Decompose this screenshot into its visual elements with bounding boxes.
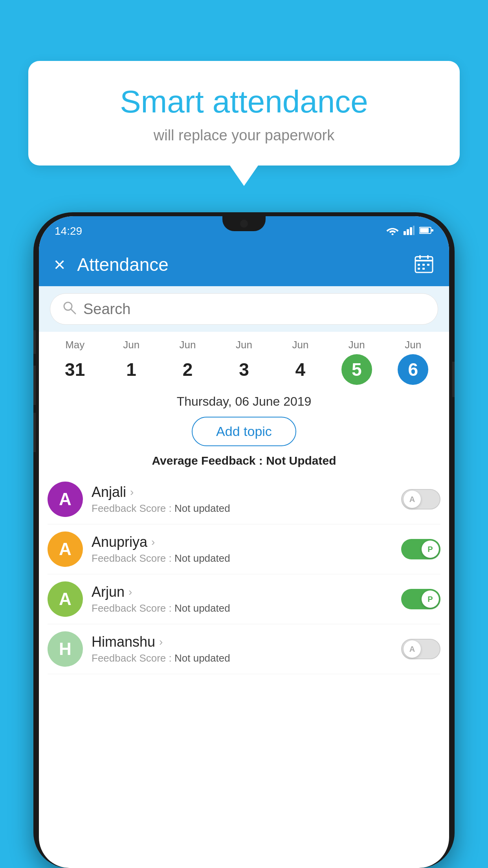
speech-bubble: Smart attendance will replace your paper… <box>28 61 460 166</box>
chevron-icon-2: › <box>128 586 132 598</box>
signal-icon <box>404 226 415 237</box>
student-name-2[interactable]: Arjun › <box>92 584 393 600</box>
toggle-wrap-3[interactable]: A <box>401 639 440 659</box>
student-row-2: AArjun ›Feedback Score : Not updatedP <box>48 574 440 624</box>
attendance-toggle-2[interactable]: P <box>401 589 440 609</box>
notch <box>222 216 266 231</box>
phone-screen: 14:29 <box>39 216 449 868</box>
chevron-icon-0: › <box>130 486 134 498</box>
student-avatar-1: A <box>48 531 83 567</box>
date-day-3[interactable]: 3 <box>229 354 259 385</box>
svg-rect-11 <box>427 255 429 259</box>
svg-rect-9 <box>415 260 433 261</box>
toggle-knob-1: P <box>422 541 439 558</box>
battery-icon <box>419 226 433 236</box>
date-month-1: Jun <box>103 339 159 351</box>
add-topic-button[interactable]: Add topic <box>192 417 296 446</box>
search-icon <box>62 300 76 318</box>
date-month-3: Jun <box>216 339 272 351</box>
avg-feedback: Average Feedback : Not Updated <box>39 452 449 474</box>
svg-rect-7 <box>431 229 433 232</box>
chevron-icon-3: › <box>159 636 163 648</box>
status-icons <box>386 226 433 237</box>
student-name-3[interactable]: Himanshu › <box>92 634 393 650</box>
student-row-1: AAnupriya ›Feedback Score : Not updatedP <box>48 524 440 574</box>
date-day-0[interactable]: 31 <box>60 354 90 385</box>
attendance-toggle-0[interactable]: A <box>401 489 440 509</box>
date-month-0: May <box>47 339 103 351</box>
front-camera <box>240 220 248 228</box>
silent-button <box>33 413 36 452</box>
student-list: AAnjali ›Feedback Score : Not updatedAAA… <box>39 474 449 674</box>
date-day-4[interactable]: 4 <box>285 354 316 385</box>
bubble-title: Smart attendance <box>52 85 436 119</box>
svg-rect-13 <box>422 264 425 266</box>
toggle-wrap-0[interactable]: A <box>401 489 440 509</box>
date-month-5: Jun <box>328 339 385 351</box>
svg-rect-15 <box>418 268 420 270</box>
date-month-2: Jun <box>160 339 216 351</box>
volume-down-button <box>33 366 36 405</box>
date-item-3[interactable]: Jun3 <box>216 339 272 385</box>
student-info-2: Arjun ›Feedback Score : Not updated <box>92 584 393 614</box>
date-item-5[interactable]: Jun5 <box>328 339 385 385</box>
close-button[interactable]: × <box>54 255 65 274</box>
student-row-0: AAnjali ›Feedback Score : Not updatedA <box>48 474 440 524</box>
app-bar-title: Attendance <box>77 254 402 275</box>
svg-rect-2 <box>407 229 409 235</box>
student-feedback-1: Feedback Score : Not updated <box>92 552 393 565</box>
power-button <box>452 362 455 397</box>
svg-rect-14 <box>427 264 429 266</box>
app-bar: × Attendance <box>39 243 449 286</box>
calendar-icon[interactable] <box>414 254 434 276</box>
search-container <box>39 286 449 332</box>
toggle-wrap-1[interactable]: P <box>401 539 440 559</box>
wifi-icon <box>386 226 399 237</box>
svg-rect-4 <box>413 226 415 235</box>
svg-line-18 <box>71 309 75 314</box>
date-item-2[interactable]: Jun2 <box>160 339 216 385</box>
svg-rect-10 <box>419 255 421 259</box>
date-day-2[interactable]: 2 <box>172 354 203 385</box>
student-name-0[interactable]: Anjali › <box>92 484 393 500</box>
date-month-4: Jun <box>272 339 328 351</box>
speech-bubble-container: Smart attendance will replace your paper… <box>28 61 460 166</box>
toggle-knob-2: P <box>422 590 439 608</box>
svg-rect-16 <box>422 268 425 270</box>
student-feedback-2: Feedback Score : Not updated <box>92 602 393 614</box>
student-avatar-2: A <box>48 581 83 617</box>
svg-rect-1 <box>404 231 406 235</box>
svg-point-0 <box>392 234 394 235</box>
date-item-6[interactable]: Jun6 <box>385 339 441 385</box>
bubble-subtitle: will replace your paperwork <box>52 127 436 144</box>
svg-rect-3 <box>410 227 412 235</box>
date-item-4[interactable]: Jun4 <box>272 339 328 385</box>
toggle-knob-0: A <box>404 491 421 508</box>
selected-date-label: Thursday, 06 June 2019 <box>39 389 449 413</box>
attendance-toggle-3[interactable]: A <box>401 639 440 659</box>
date-day-5[interactable]: 5 <box>341 354 372 385</box>
attendance-toggle-1[interactable]: P <box>401 539 440 559</box>
volume-up-button <box>33 330 36 354</box>
student-avatar-0: A <box>48 482 83 517</box>
student-info-3: Himanshu ›Feedback Score : Not updated <box>92 634 393 664</box>
student-info-0: Anjali ›Feedback Score : Not updated <box>92 484 393 515</box>
student-feedback-3: Feedback Score : Not updated <box>92 652 393 664</box>
student-avatar-3: H <box>48 631 83 667</box>
search-bar[interactable] <box>50 293 438 325</box>
status-time: 14:29 <box>55 225 82 237</box>
student-name-1[interactable]: Anupriya › <box>92 534 393 550</box>
search-input[interactable] <box>83 301 426 318</box>
date-item-1[interactable]: Jun1 <box>103 339 159 385</box>
svg-rect-6 <box>420 228 429 233</box>
svg-rect-12 <box>418 264 420 266</box>
date-strip: May31Jun1Jun2Jun3Jun4Jun5Jun6 <box>39 332 449 389</box>
date-day-6[interactable]: 6 <box>398 354 428 385</box>
student-info-1: Anupriya ›Feedback Score : Not updated <box>92 534 393 565</box>
toggle-knob-3: A <box>404 640 421 658</box>
date-day-1[interactable]: 1 <box>116 354 147 385</box>
chevron-icon-1: › <box>151 536 155 548</box>
toggle-wrap-2[interactable]: P <box>401 589 440 609</box>
date-item-0[interactable]: May31 <box>47 339 103 385</box>
phone-frame: 14:29 <box>33 212 455 868</box>
